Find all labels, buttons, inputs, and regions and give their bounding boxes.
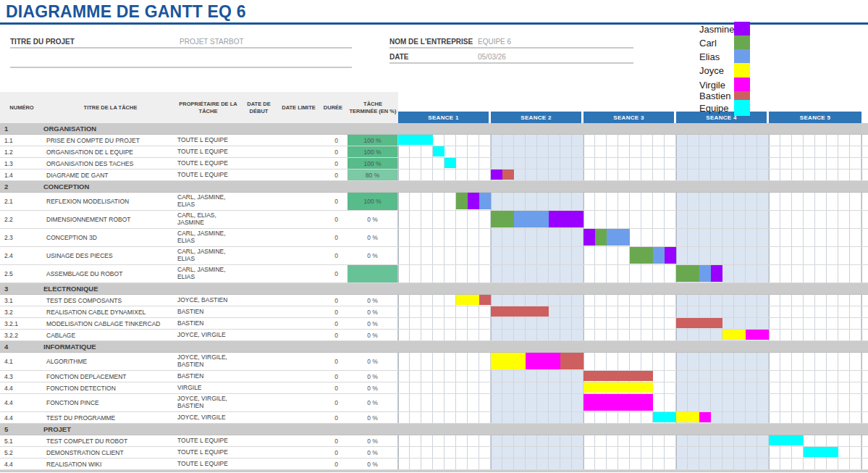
date-limite-cell[interactable] bbox=[279, 306, 319, 317]
company-name-value[interactable]: EQUIPE 6 bbox=[478, 38, 511, 46]
project-title-field[interactable]: TITRE DU PROJET PROJET STARBOT bbox=[10, 36, 352, 49]
task-title-cell[interactable]: ALGORITHME bbox=[43, 353, 177, 370]
task-number-cell[interactable]: 3.1 bbox=[0, 295, 43, 306]
task-owner-cell[interactable]: CARL, JASMINE, ELIAS bbox=[177, 247, 239, 264]
gantt-bar[interactable] bbox=[583, 394, 653, 411]
task-number-cell[interactable]: 3.2 bbox=[0, 306, 43, 317]
gantt-bar[interactable] bbox=[491, 353, 526, 369]
gantt-bar[interactable] bbox=[491, 169, 502, 180]
task-number-cell[interactable]: 1.1 bbox=[0, 135, 43, 146]
task-title-cell[interactable]: PRISE EN COMPTE DU PROJET bbox=[43, 135, 177, 146]
task-title-cell[interactable]: CABLAGE bbox=[43, 330, 177, 340]
gantt-bar[interactable] bbox=[491, 306, 549, 317]
date-limite-cell[interactable] bbox=[279, 295, 319, 306]
task-owner-cell[interactable]: JOYCE, BASTIEN bbox=[177, 295, 239, 306]
duree-cell[interactable]: 0 bbox=[319, 459, 347, 469]
duree-cell[interactable]: 0 bbox=[319, 306, 347, 317]
gantt-bar[interactable] bbox=[699, 265, 711, 282]
date-limite-cell[interactable] bbox=[279, 412, 319, 423]
gantt-bar[interactable] bbox=[444, 158, 456, 168]
task-owner-cell[interactable]: TOUTE L EQUIPE bbox=[177, 459, 239, 469]
gantt-bar[interactable] bbox=[676, 318, 722, 328]
task-number-cell[interactable]: 2.3 bbox=[0, 229, 43, 246]
duree-cell[interactable]: 0 bbox=[319, 169, 347, 180]
date-limite-cell[interactable] bbox=[279, 435, 319, 446]
pct-cell[interactable]: 0 % bbox=[347, 371, 398, 382]
task-number-cell[interactable]: 5.2 bbox=[0, 447, 43, 458]
gantt-bar[interactable] bbox=[479, 295, 491, 305]
task-title-cell[interactable]: DIAGRAME DE GANT bbox=[43, 169, 177, 180]
task-number-cell[interactable]: 5.1 bbox=[0, 435, 43, 446]
pct-cell[interactable]: 0 % bbox=[347, 459, 398, 469]
date-debut-cell[interactable] bbox=[239, 382, 279, 393]
duree-cell[interactable]: 0 bbox=[319, 247, 347, 264]
task-title-cell[interactable]: TEST COMPLET DU ROBOT bbox=[43, 435, 177, 446]
task-number-cell[interactable]: 3.2.1 bbox=[0, 318, 43, 329]
task-title-cell[interactable]: REALISATION CABLE DYNAMIXEL bbox=[43, 306, 177, 317]
date-limite-cell[interactable] bbox=[279, 158, 319, 169]
date-debut-cell[interactable] bbox=[239, 265, 279, 282]
task-number-cell[interactable]: 3.2.2 bbox=[0, 330, 43, 340]
task-number-cell[interactable]: 2.4 bbox=[0, 247, 43, 264]
task-title-cell[interactable]: FONCTION PINCE bbox=[43, 394, 177, 411]
date-limite-cell[interactable] bbox=[279, 447, 319, 458]
date-debut-cell[interactable] bbox=[239, 211, 279, 228]
section-row[interactable]: 2CONCEPTION bbox=[0, 181, 868, 193]
date-debut-cell[interactable] bbox=[239, 306, 279, 317]
task-number-cell[interactable]: 1.3 bbox=[0, 158, 43, 169]
project-field-row-2[interactable] bbox=[10, 56, 352, 68]
duree-cell[interactable]: 0 bbox=[319, 158, 347, 169]
task-owner-cell[interactable]: CARL, JASMINE, ELIAS bbox=[177, 265, 239, 282]
task-owner-cell[interactable]: VIRGILE bbox=[177, 382, 239, 393]
duree-cell[interactable]: 0 bbox=[319, 435, 347, 446]
date-limite-cell[interactable] bbox=[279, 353, 319, 370]
gantt-bar[interactable] bbox=[746, 330, 769, 340]
section-row[interactable]: 5PROJET bbox=[0, 424, 868, 435]
task-title-cell[interactable]: ASSEMBLAGE DU ROBOT bbox=[43, 265, 177, 282]
gantt-bar[interactable] bbox=[630, 247, 653, 264]
task-owner-cell[interactable]: TOUTE L EQUIPE bbox=[177, 146, 239, 157]
gantt-row[interactable] bbox=[398, 394, 868, 411]
date-debut-cell[interactable] bbox=[239, 295, 279, 306]
date-limite-cell[interactable] bbox=[279, 193, 319, 210]
gantt-bar[interactable] bbox=[526, 353, 560, 369]
pct-cell[interactable]: 0 % bbox=[347, 330, 398, 340]
date-debut-cell[interactable] bbox=[239, 135, 279, 146]
date-debut-cell[interactable] bbox=[239, 229, 279, 246]
gantt-bar[interactable] bbox=[468, 193, 479, 209]
gantt-bar[interactable] bbox=[711, 265, 722, 282]
section-row[interactable]: 3ELECTRONIQUE bbox=[0, 283, 868, 295]
gantt-bar[interactable] bbox=[804, 447, 838, 457]
task-owner-cell[interactable]: CARL, JASMINE, ELIAS bbox=[177, 193, 239, 210]
date-debut-cell[interactable] bbox=[239, 247, 279, 264]
pct-cell[interactable]: 80 % bbox=[347, 169, 398, 180]
duree-cell[interactable]: 0 bbox=[319, 447, 347, 458]
task-number-cell[interactable]: 2.1 bbox=[0, 193, 43, 210]
pct-cell[interactable]: 100 % bbox=[347, 158, 398, 169]
pct-cell[interactable]: 0 % bbox=[347, 447, 398, 458]
date-limite-cell[interactable] bbox=[279, 211, 319, 228]
task-title-cell[interactable]: TEST DES COMPOSANTS bbox=[43, 295, 177, 306]
gantt-row[interactable] bbox=[398, 435, 868, 446]
gantt-bar[interactable] bbox=[769, 435, 804, 445]
pct-cell[interactable]: 0 % bbox=[347, 382, 398, 393]
gantt-row[interactable] bbox=[398, 211, 868, 228]
task-owner-cell[interactable]: BASTIEN bbox=[177, 306, 239, 317]
gantt-bar[interactable] bbox=[479, 193, 491, 209]
duree-cell[interactable]: 0 bbox=[319, 135, 347, 146]
duree-cell[interactable]: 0 bbox=[319, 265, 347, 282]
date-limite-cell[interactable] bbox=[279, 146, 319, 157]
date-limite-cell[interactable] bbox=[279, 265, 319, 282]
gantt-bar[interactable] bbox=[491, 211, 514, 227]
date-limite-cell[interactable] bbox=[279, 247, 319, 264]
pct-cell[interactable]: 100 % bbox=[347, 146, 398, 157]
date-debut-cell[interactable] bbox=[239, 146, 279, 157]
task-title-cell[interactable]: TEST DU PROGRAMME bbox=[43, 412, 177, 423]
gantt-row[interactable] bbox=[398, 412, 868, 423]
gantt-row[interactable] bbox=[398, 318, 868, 329]
date-limite-cell[interactable] bbox=[279, 382, 319, 393]
task-owner-cell[interactable]: TOUTE L EQUIPE bbox=[177, 447, 239, 458]
gantt-row[interactable] bbox=[398, 447, 868, 458]
pct-cell[interactable]: 0 % bbox=[347, 247, 398, 264]
task-number-cell[interactable]: 2.2 bbox=[0, 211, 43, 228]
